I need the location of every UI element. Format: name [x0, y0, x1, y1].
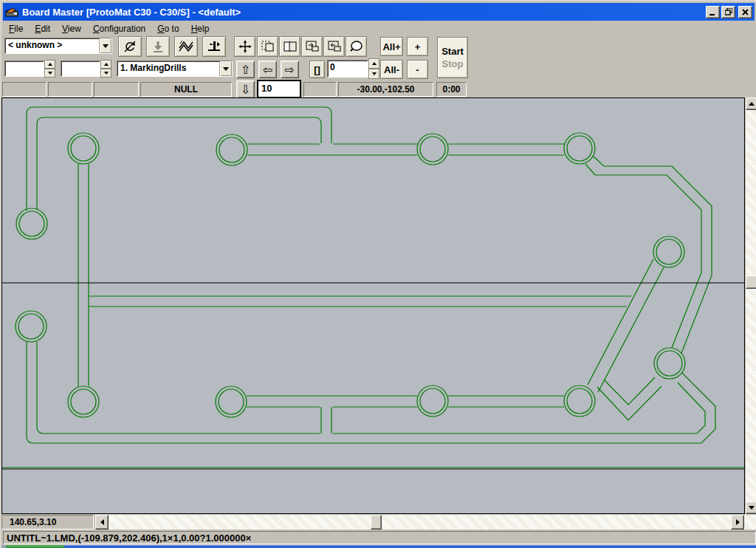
pad: [16, 208, 47, 239]
minimize-button[interactable]: [706, 6, 720, 18]
value-spinner[interactable]: [368, 58, 379, 79]
rubout-icon: [179, 41, 193, 52]
trace: [27, 342, 715, 443]
rubout-button[interactable]: [174, 36, 198, 57]
chevron-down-icon[interactable]: [219, 61, 232, 76]
taskbar-start-button-edge[interactable]: [6, 545, 65, 548]
pad: [564, 133, 595, 164]
horizontal-scrollbar-row: 140.65,3.10: [1, 515, 756, 530]
head-combo-value: < unknown >: [5, 38, 99, 53]
tool-status-cell: NULL: [140, 82, 232, 97]
title-bar: Board Master [ProtoMat C30 - C30/S] - <d…: [3, 3, 755, 21]
menu-configuration[interactable]: Configuration: [87, 22, 151, 35]
all-minus-button[interactable]: All-: [380, 60, 403, 79]
phase-combo[interactable]: 1. MarkingDrills: [117, 61, 233, 77]
duplicate-icon: [284, 41, 297, 52]
left-arrow-icon: ⇦: [263, 63, 272, 77]
menu-file[interactable]: File: [3, 22, 29, 35]
spin-field-1-spinner[interactable]: [44, 60, 55, 78]
jog-down-button[interactable]: ⇩: [236, 81, 255, 98]
horizontal-scroll-thumb[interactable]: [371, 515, 382, 530]
scroll-down-button[interactable]: [746, 501, 756, 514]
window-title: Board Master [ProtoMat C30 - C30/S] - <d…: [22, 7, 704, 18]
spin-down-icon[interactable]: [44, 69, 55, 78]
pad: [19, 211, 44, 236]
pcb-canvas[interactable]: [1, 97, 745, 514]
bracket-label: []: [314, 64, 320, 75]
spin-up-icon[interactable]: [368, 58, 379, 69]
pad: [71, 389, 96, 414]
value-field[interactable]: 0: [327, 60, 368, 78]
scroll-right-button[interactable]: [731, 515, 744, 530]
download-button[interactable]: [146, 36, 170, 57]
tool-status-text: NULL: [174, 84, 198, 95]
status-bar-text: UNTITL~1.LMD,(-109.879,202.406),1×1,0.00…: [7, 532, 251, 544]
position-cell: -30.00,-102.50: [338, 82, 433, 97]
menu-bar: File Edit View Configuration Go to Help: [3, 21, 755, 35]
trace: [37, 342, 705, 434]
scroll-right-icon: [736, 519, 740, 525]
chevron-down-icon[interactable]: [99, 38, 111, 53]
pad: [417, 386, 448, 417]
download-icon: [151, 40, 165, 53]
spin-up-icon[interactable]: [44, 60, 55, 69]
restore-button[interactable]: [721, 6, 735, 18]
all-plus-button[interactable]: All+: [380, 37, 403, 56]
cursor-coordinates: 140.65,3.10: [10, 517, 56, 527]
pad: [656, 239, 681, 264]
jog-up-button[interactable]: ⇧: [236, 61, 255, 78]
spin-field-2[interactable]: [61, 61, 100, 77]
plus-button[interactable]: +: [407, 37, 428, 56]
pad: [654, 348, 685, 379]
pad: [653, 236, 684, 267]
scroll-left-button[interactable]: [95, 515, 109, 530]
pcb-svg: [2, 98, 744, 513]
spin-field-1[interactable]: [4, 61, 44, 77]
minus-button[interactable]: -: [407, 60, 428, 79]
rotate-icon: [123, 40, 137, 53]
restore-icon: [725, 8, 732, 16]
jog-right-button[interactable]: ⇨: [281, 61, 299, 78]
zoom-preview-button[interactable]: [346, 36, 367, 57]
trace: [598, 267, 664, 392]
status-cell-5: [303, 82, 337, 97]
rotate-button[interactable]: [118, 36, 142, 57]
phase-combo-value: 1. MarkingDrills: [117, 61, 219, 76]
time-cell: 0:00: [436, 82, 467, 97]
board-front-button[interactable]: [323, 36, 345, 57]
pad: [216, 134, 247, 165]
spin-down-icon[interactable]: [100, 69, 111, 78]
close-icon: [742, 9, 749, 16]
step-field[interactable]: 10: [257, 80, 301, 98]
pad: [420, 388, 445, 414]
menu-view[interactable]: View: [56, 22, 87, 35]
spin-down-icon[interactable]: [368, 69, 379, 79]
spin-field-2-spinner[interactable]: [100, 60, 111, 78]
tool-exchange-button[interactable]: [202, 36, 226, 57]
scroll-up-button[interactable]: [746, 97, 756, 110]
menu-go-to[interactable]: Go to: [151, 22, 185, 35]
pad: [567, 388, 592, 414]
all-plus-label: All+: [382, 41, 400, 52]
vertical-scrollbar[interactable]: [746, 97, 756, 514]
close-button[interactable]: [738, 6, 752, 18]
spin-up-icon[interactable]: [100, 60, 111, 69]
taskbar-highlight: [1, 545, 756, 546]
up-arrow-icon: ⇧: [241, 63, 250, 77]
vertical-scroll-thumb[interactable]: [746, 275, 756, 289]
horizontal-scrollbar[interactable]: [95, 515, 756, 530]
start-stop-button[interactable]: Start Stop: [437, 37, 468, 78]
app-window: Board Master [ProtoMat C30 - C30/S] - <d…: [0, 0, 756, 548]
duplicate-button[interactable]: [279, 36, 300, 57]
jog-left-button[interactable]: ⇦: [258, 61, 277, 78]
board-back-button[interactable]: [301, 36, 323, 57]
bracket-button[interactable]: []: [309, 61, 325, 78]
head-combo[interactable]: < unknown >: [4, 38, 112, 54]
scroll-up-icon: [749, 102, 755, 106]
menu-edit[interactable]: Edit: [29, 22, 56, 35]
move-button[interactable]: [234, 36, 255, 57]
app-icon: [5, 7, 18, 17]
menu-help[interactable]: Help: [185, 22, 216, 35]
select-copy-icon: [261, 41, 275, 52]
select-copy-button[interactable]: [257, 36, 278, 57]
